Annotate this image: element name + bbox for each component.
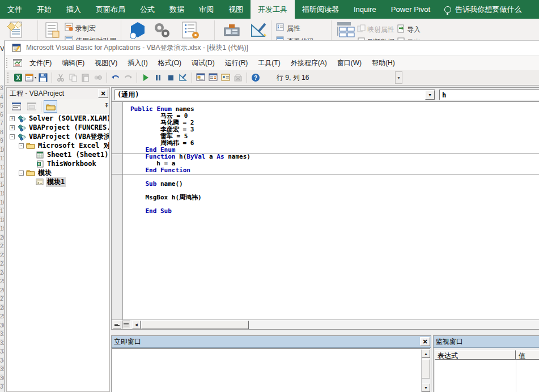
excel-tab-福昕阅读器[interactable]: 福昕阅读器: [295, 0, 346, 19]
tree-item-2[interactable]: -VBAProject (VBA登录演示.xlsx): [7, 132, 109, 141]
excel-addins-icon[interactable]: [152, 21, 171, 39]
tree-item-7[interactable]: 模块1: [7, 177, 109, 186]
immediate-title-bar[interactable]: 立即窗口 ✕: [112, 336, 431, 348]
toolbar-overflow-button[interactable]: ▾: [395, 71, 402, 84]
design-mode-icon[interactable]: [249, 22, 268, 39]
tree-item-3[interactable]: -Microsoft Excel 对象: [7, 141, 109, 150]
excel-tab-审阅[interactable]: 审阅: [192, 0, 221, 19]
help-icon[interactable]: ?: [250, 72, 261, 83]
menu-工具[interactable]: 工具(T): [253, 56, 285, 70]
menu-视图[interactable]: 视图(V): [90, 56, 122, 70]
watch-column-expression[interactable]: 表达式: [435, 350, 516, 360]
reset-icon[interactable]: [165, 72, 176, 83]
undo-icon[interactable]: [110, 72, 121, 83]
paste-icon[interactable]: [80, 72, 91, 83]
horizontal-scroll-thumb[interactable]: [141, 321, 249, 329]
menu-插入[interactable]: 插入(I): [122, 56, 152, 70]
redo-icon[interactable]: [122, 72, 134, 83]
code-line-14[interactable]: MsgBox h(周鸿祎): [124, 194, 539, 201]
excel-tab-文件[interactable]: 文件: [0, 0, 29, 19]
menu-编辑[interactable]: 编辑(E): [57, 56, 90, 70]
collapse-toggle-icon[interactable]: -: [19, 143, 24, 148]
insert-userform-icon[interactable]: [25, 72, 36, 83]
scroll-up-arrow-icon[interactable]: ▲: [422, 350, 430, 358]
toolbar-grip[interactable]: [7, 73, 10, 83]
cut-icon[interactable]: [55, 72, 66, 83]
object-dropdown-arrow-icon[interactable]: ▼: [425, 90, 435, 100]
menu-grip[interactable]: [6, 58, 9, 68]
excel-tab-开发工具[interactable]: 开发工具: [251, 0, 295, 19]
scroll-down-arrow-icon[interactable]: ▼: [422, 384, 430, 392]
run-icon[interactable]: [140, 72, 151, 83]
code-margin-indicator-bar[interactable]: [112, 102, 123, 319]
procedure-dropdown[interactable]: h: [439, 90, 539, 100]
excel-tab-视图[interactable]: 视图: [221, 0, 251, 19]
tree-item-1[interactable]: +VBAProject (FUNCRES.XLAM): [7, 123, 109, 132]
toggle-folders-button[interactable]: [44, 100, 57, 113]
full-module-view-button[interactable]: [122, 321, 130, 329]
map-properties-icon[interactable]: [357, 24, 366, 33]
excel-tab-Inquire[interactable]: Inquire: [346, 0, 384, 19]
properties-icon[interactable]: [276, 23, 285, 32]
break-icon[interactable]: [152, 72, 164, 83]
code-line-15[interactable]: [124, 201, 539, 208]
code-line-12[interactable]: Sub name(): [124, 181, 539, 188]
menu-帮助[interactable]: 帮助(H): [367, 56, 400, 70]
project-toolbar-overflow[interactable]: ▾▾: [105, 103, 108, 108]
code-line-6[interactable]: 周鸿祎 = 6: [124, 140, 539, 147]
import-icon[interactable]: [397, 24, 405, 33]
copy-icon[interactable]: [67, 72, 79, 83]
tree-item-4[interactable]: Sheet1 (Sheet1): [7, 150, 109, 159]
relative-refs-icon[interactable]: [65, 36, 74, 40]
watch-title-bar[interactable]: 监视窗口: [434, 336, 539, 348]
code-line-11[interactable]: [124, 174, 539, 181]
code-line-10[interactable]: End Function: [124, 167, 539, 174]
properties-label[interactable]: 属性: [287, 24, 300, 33]
collapse-toggle-icon[interactable]: -: [10, 134, 15, 139]
tree-item-5[interactable]: XThisWorkbook: [7, 159, 109, 168]
visual-basic-icon[interactable]: [7, 21, 25, 39]
addins-icon[interactable]: [128, 21, 147, 39]
scroll-left-arrow-icon[interactable]: ◄: [132, 321, 141, 329]
module-window-icon[interactable]: [13, 59, 22, 67]
watch-content[interactable]: [435, 360, 539, 392]
excel-tab-插入[interactable]: 插入: [59, 0, 88, 19]
find-icon[interactable]: [92, 72, 104, 83]
code-text[interactable]: Public Enum names 马云 = 0 马化腾 = 2 李彦宏 = 3…: [124, 106, 539, 215]
immediate-content[interactable]: ▲ ▼: [112, 348, 430, 392]
xml-source-icon[interactable]: [336, 21, 355, 39]
vba-title-bar[interactable]: Microsoft Visual Basic for Applications …: [5, 41, 539, 56]
menu-文件[interactable]: 文件(F): [24, 56, 57, 70]
object-dropdown[interactable]: (通用) ▼: [114, 90, 435, 100]
excel-tab-页面布局[interactable]: 页面布局: [88, 0, 133, 19]
object-browser-icon[interactable]: [220, 72, 231, 83]
tree-item-6[interactable]: -模块: [7, 168, 109, 177]
view-code-icon[interactable]: [276, 36, 285, 40]
code-line-8[interactable]: Function h(ByVal a As names): [124, 154, 539, 160]
procedure-view-button[interactable]: [113, 321, 121, 329]
project-explorer-icon[interactable]: [195, 72, 206, 83]
import-label[interactable]: 导入: [407, 25, 421, 35]
properties-window-icon[interactable]: [207, 72, 219, 83]
immediate-scrollbar[interactable]: ▲ ▼: [421, 350, 430, 392]
insert-controls-icon[interactable]: [223, 22, 240, 38]
watch-column-value[interactable]: 值: [516, 350, 539, 360]
expand-toggle-icon[interactable]: +: [10, 116, 15, 121]
macros-icon[interactable]: [43, 22, 60, 39]
code-line-16[interactable]: End Sub: [124, 208, 539, 215]
view-code-button[interactable]: [10, 100, 23, 113]
menu-调试[interactable]: 调试(D): [186, 56, 220, 70]
record-macro-label[interactable]: 录制宏: [75, 24, 96, 33]
menu-格式[interactable]: 格式(O): [153, 56, 186, 70]
excel-tab-开始[interactable]: 开始: [29, 0, 59, 19]
code-horizontal-scrollbar[interactable]: ◄: [112, 319, 539, 329]
immediate-close-button[interactable]: ✕: [420, 337, 430, 346]
view-object-button[interactable]: [25, 100, 39, 113]
excel-view-icon[interactable]: X: [12, 72, 24, 83]
design-mode-icon[interactable]: [177, 72, 189, 83]
menu-窗口[interactable]: 窗口(W): [332, 56, 367, 70]
toolbox-icon[interactable]: [232, 72, 244, 83]
excel-tab-数据[interactable]: 数据: [162, 0, 192, 19]
excel-tab-公式[interactable]: 公式: [133, 0, 162, 19]
save-icon[interactable]: [37, 72, 49, 83]
